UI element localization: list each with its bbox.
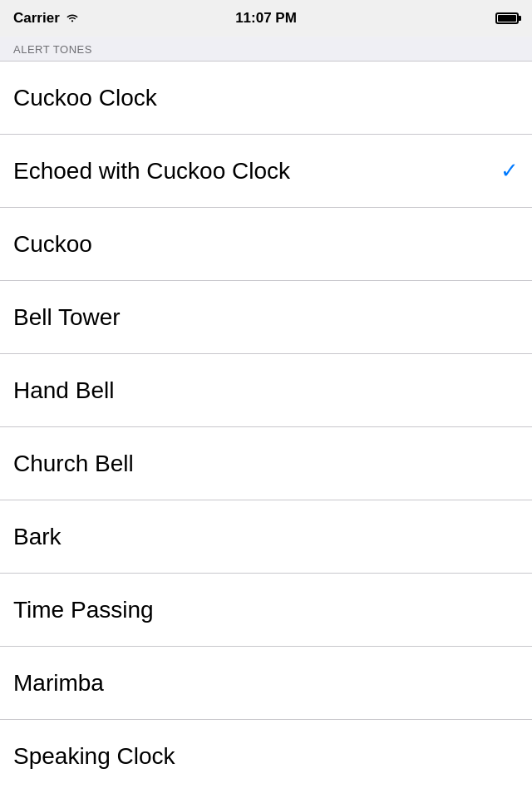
carrier-label: Carrier	[13, 10, 60, 27]
list-item[interactable]: Church Bell	[0, 427, 532, 500]
wifi-icon	[65, 10, 80, 27]
item-label: Hand Bell	[13, 377, 114, 404]
list-item[interactable]: Marimba	[0, 647, 532, 720]
battery-area	[492, 12, 519, 24]
time-display: 11:07 PM	[235, 10, 297, 27]
item-label: Bell Tower	[13, 304, 121, 331]
section-header: ALERT TONES	[0, 37, 532, 62]
list-item[interactable]: Bark	[0, 500, 532, 574]
list-item[interactable]: Cuckoo	[0, 208, 532, 281]
list-item[interactable]: Bell Tower	[0, 281, 532, 354]
item-label: Marimba	[13, 670, 104, 697]
list-item[interactable]: Hand Bell	[0, 354, 532, 427]
battery-fill	[498, 15, 516, 22]
item-label: Cuckoo	[13, 231, 92, 258]
list-item[interactable]: Time Passing	[0, 574, 532, 647]
item-label: Speaking Clock	[13, 743, 175, 770]
item-label: Church Bell	[13, 451, 134, 477]
item-label: Time Passing	[13, 597, 154, 623]
selected-checkmark: ✓	[500, 158, 519, 184]
status-bar: Carrier 11:07 PM	[0, 0, 532, 37]
battery-icon	[495, 12, 519, 24]
list-item[interactable]: Cuckoo Clock	[0, 62, 532, 135]
item-label: Cuckoo Clock	[13, 85, 157, 111]
carrier-area: Carrier	[13, 10, 80, 27]
item-label: Bark	[13, 524, 62, 550]
list-item[interactable]: Speaking Clock	[0, 720, 532, 793]
item-label: Echoed with Cuckoo Clock	[13, 158, 290, 185]
list-item[interactable]: Echoed with Cuckoo Clock✓	[0, 135, 532, 208]
alert-tones-list: Cuckoo ClockEchoed with Cuckoo Clock✓Cuc…	[0, 62, 532, 793]
